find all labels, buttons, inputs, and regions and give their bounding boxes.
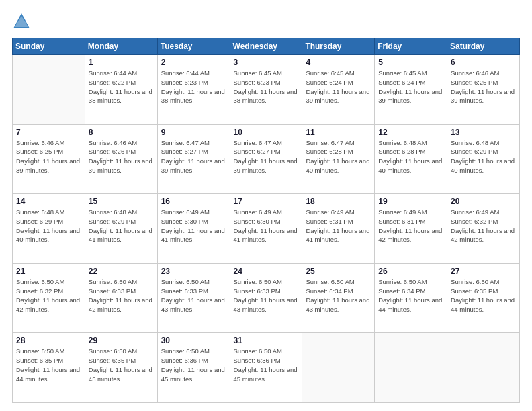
day-info: Sunrise: 6:49 AMSunset: 6:30 PMDaylight:… (234, 208, 299, 244)
calendar-cell: 26Sunrise: 6:50 AMSunset: 6:34 PMDayligh… (375, 263, 447, 333)
day-number: 30 (161, 336, 226, 345)
day-info: Sunrise: 6:49 AMSunset: 6:31 PMDaylight:… (378, 208, 443, 244)
calendar-cell (13, 55, 85, 125)
day-info: Sunrise: 6:47 AMSunset: 6:27 PMDaylight:… (234, 138, 299, 175)
calendar-cell: 4Sunrise: 6:45 AMSunset: 6:24 PMDaylight… (302, 55, 375, 125)
calendar-week-4: 21Sunrise: 6:50 AMSunset: 6:32 PMDayligh… (13, 263, 520, 333)
day-number: 26 (378, 267, 443, 276)
day-info: Sunrise: 6:50 AMSunset: 6:36 PMDaylight:… (161, 347, 226, 383)
day-number: 24 (234, 267, 299, 276)
day-info: Sunrise: 6:48 AMSunset: 6:29 PMDaylight:… (89, 208, 154, 244)
day-number: 19 (378, 197, 443, 206)
day-number: 6 (451, 58, 516, 67)
header (12, 12, 520, 31)
calendar-cell: 14Sunrise: 6:48 AMSunset: 6:29 PMDayligh… (13, 194, 85, 264)
day-info: Sunrise: 6:49 AMSunset: 6:30 PMDaylight:… (161, 208, 226, 244)
calendar-week-5: 28Sunrise: 6:50 AMSunset: 6:35 PMDayligh… (13, 333, 520, 403)
day-number: 16 (161, 197, 226, 206)
day-number: 22 (89, 267, 154, 276)
day-info: Sunrise: 6:46 AMSunset: 6:25 PMDaylight:… (451, 68, 516, 105)
calendar-week-1: 1Sunrise: 6:44 AMSunset: 6:22 PMDaylight… (13, 55, 520, 125)
calendar-cell: 17Sunrise: 6:49 AMSunset: 6:30 PMDayligh… (230, 194, 302, 264)
calendar-cell: 5Sunrise: 6:45 AMSunset: 6:24 PMDaylight… (375, 55, 447, 125)
calendar-cell: 23Sunrise: 6:50 AMSunset: 6:33 PMDayligh… (157, 263, 230, 333)
day-number: 29 (89, 336, 154, 345)
calendar-cell: 18Sunrise: 6:49 AMSunset: 6:31 PMDayligh… (302, 194, 375, 264)
day-info: Sunrise: 6:44 AMSunset: 6:22 PMDaylight:… (89, 68, 154, 105)
calendar-cell (447, 333, 520, 403)
day-number: 31 (234, 336, 299, 345)
day-info: Sunrise: 6:44 AMSunset: 6:23 PMDaylight:… (161, 68, 226, 105)
day-info: Sunrise: 6:46 AMSunset: 6:25 PMDaylight:… (16, 138, 81, 175)
calendar-cell: 7Sunrise: 6:46 AMSunset: 6:25 PMDaylight… (13, 124, 85, 194)
calendar-week-2: 7Sunrise: 6:46 AMSunset: 6:25 PMDaylight… (13, 124, 520, 194)
day-number: 12 (378, 128, 443, 137)
calendar-cell: 27Sunrise: 6:50 AMSunset: 6:35 PMDayligh… (447, 263, 520, 333)
day-number: 8 (89, 128, 154, 137)
day-number: 28 (16, 336, 81, 345)
day-info: Sunrise: 6:49 AMSunset: 6:32 PMDaylight:… (451, 208, 516, 244)
day-number: 11 (306, 128, 371, 137)
day-info: Sunrise: 6:50 AMSunset: 6:35 PMDaylight:… (451, 277, 516, 314)
day-number: 1 (89, 58, 154, 67)
calendar-cell: 30Sunrise: 6:50 AMSunset: 6:36 PMDayligh… (157, 333, 230, 403)
calendar-cell: 25Sunrise: 6:50 AMSunset: 6:34 PMDayligh… (302, 263, 375, 333)
day-info: Sunrise: 6:50 AMSunset: 6:33 PMDaylight:… (234, 277, 299, 314)
calendar-cell: 29Sunrise: 6:50 AMSunset: 6:35 PMDayligh… (85, 333, 157, 403)
calendar-cell: 28Sunrise: 6:50 AMSunset: 6:35 PMDayligh… (13, 333, 85, 403)
day-info: Sunrise: 6:50 AMSunset: 6:35 PMDaylight:… (16, 347, 81, 383)
day-info: Sunrise: 6:50 AMSunset: 6:36 PMDaylight:… (234, 347, 299, 383)
day-number: 3 (234, 58, 299, 67)
calendar-cell: 19Sunrise: 6:49 AMSunset: 6:31 PMDayligh… (375, 194, 447, 264)
calendar-header-wednesday: Wednesday (230, 38, 302, 55)
page: SundayMondayTuesdayWednesdayThursdayFrid… (0, 0, 532, 411)
day-info: Sunrise: 6:50 AMSunset: 6:33 PMDaylight:… (161, 277, 226, 314)
calendar-header-friday: Friday (375, 38, 447, 55)
calendar-cell: 6Sunrise: 6:46 AMSunset: 6:25 PMDaylight… (447, 55, 520, 125)
calendar-header-sunday: Sunday (13, 38, 85, 55)
day-info: Sunrise: 6:50 AMSunset: 6:35 PMDaylight:… (89, 347, 154, 383)
day-info: Sunrise: 6:45 AMSunset: 6:24 PMDaylight:… (378, 68, 443, 105)
day-number: 5 (378, 58, 443, 67)
calendar-cell: 12Sunrise: 6:48 AMSunset: 6:28 PMDayligh… (375, 124, 447, 194)
day-info: Sunrise: 6:50 AMSunset: 6:32 PMDaylight:… (16, 277, 81, 314)
calendar-table: SundayMondayTuesdayWednesdayThursdayFrid… (12, 38, 520, 403)
calendar-cell: 1Sunrise: 6:44 AMSunset: 6:22 PMDaylight… (85, 55, 157, 125)
day-info: Sunrise: 6:50 AMSunset: 6:33 PMDaylight:… (89, 277, 154, 314)
calendar-cell (375, 333, 447, 403)
day-info: Sunrise: 6:45 AMSunset: 6:23 PMDaylight:… (234, 68, 299, 105)
day-number: 2 (161, 58, 226, 67)
day-info: Sunrise: 6:50 AMSunset: 6:34 PMDaylight:… (306, 277, 371, 314)
day-number: 25 (306, 267, 371, 276)
logo (12, 12, 34, 31)
day-info: Sunrise: 6:48 AMSunset: 6:29 PMDaylight:… (16, 208, 81, 244)
day-info: Sunrise: 6:49 AMSunset: 6:31 PMDaylight:… (306, 208, 371, 244)
calendar-cell: 9Sunrise: 6:47 AMSunset: 6:27 PMDaylight… (157, 124, 230, 194)
day-number: 27 (451, 267, 516, 276)
day-info: Sunrise: 6:46 AMSunset: 6:26 PMDaylight:… (89, 138, 154, 175)
day-number: 10 (234, 128, 299, 137)
day-number: 13 (451, 128, 516, 137)
calendar-cell (302, 333, 375, 403)
svg-marker-1 (15, 16, 28, 27)
day-number: 14 (16, 197, 81, 206)
day-info: Sunrise: 6:48 AMSunset: 6:29 PMDaylight:… (451, 138, 516, 175)
calendar-cell: 11Sunrise: 6:47 AMSunset: 6:28 PMDayligh… (302, 124, 375, 194)
calendar-cell: 20Sunrise: 6:49 AMSunset: 6:32 PMDayligh… (447, 194, 520, 264)
calendar-cell: 16Sunrise: 6:49 AMSunset: 6:30 PMDayligh… (157, 194, 230, 264)
calendar-cell: 8Sunrise: 6:46 AMSunset: 6:26 PMDaylight… (85, 124, 157, 194)
day-info: Sunrise: 6:48 AMSunset: 6:28 PMDaylight:… (378, 138, 443, 175)
calendar-header-thursday: Thursday (302, 38, 375, 55)
calendar-cell: 15Sunrise: 6:48 AMSunset: 6:29 PMDayligh… (85, 194, 157, 264)
day-info: Sunrise: 6:47 AMSunset: 6:28 PMDaylight:… (306, 138, 371, 175)
calendar-cell: 13Sunrise: 6:48 AMSunset: 6:29 PMDayligh… (447, 124, 520, 194)
calendar-week-3: 14Sunrise: 6:48 AMSunset: 6:29 PMDayligh… (13, 194, 520, 264)
day-number: 18 (306, 197, 371, 206)
calendar-header-monday: Monday (85, 38, 157, 55)
day-number: 23 (161, 267, 226, 276)
calendar-header-saturday: Saturday (447, 38, 520, 55)
day-number: 9 (161, 128, 226, 137)
calendar-cell: 10Sunrise: 6:47 AMSunset: 6:27 PMDayligh… (230, 124, 302, 194)
day-number: 17 (234, 197, 299, 206)
day-number: 20 (451, 197, 516, 206)
